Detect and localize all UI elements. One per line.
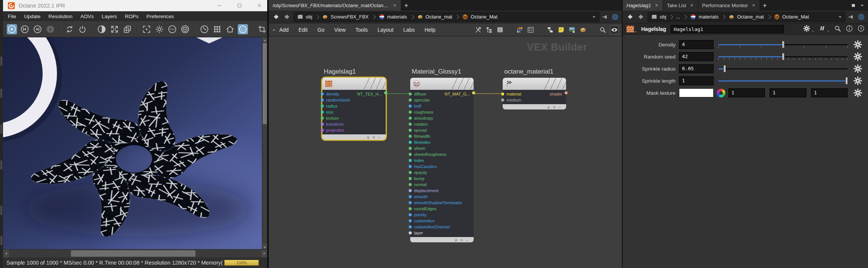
copy-plus-icon[interactable] (122, 24, 132, 34)
menu-layout[interactable]: Layout (378, 27, 394, 33)
node-header[interactable] (322, 78, 386, 90)
gear-icon[interactable] (803, 25, 811, 32)
scroll-left-icon[interactable] (4, 251, 8, 256)
breadcrumb-obj[interactable]: obj (296, 14, 313, 20)
input-anisotropy[interactable]: anisotropy (410, 115, 474, 121)
breadcrumb-screwsfbx-fbx[interactable]: ScrewsFBX_FBX (321, 14, 369, 20)
node-octane-material1[interactable]: octane_material1 shader materialmedium ≡… (503, 68, 566, 109)
path-field[interactable]: obj...materialsOctane_matOctane_Mat (648, 12, 845, 22)
chevron-down-icon[interactable] (634, 30, 637, 34)
focus-icon[interactable] (142, 24, 152, 34)
menu-rops[interactable]: ROPs (125, 14, 139, 19)
menu-resolution[interactable]: Resolution (48, 14, 72, 19)
forward-button[interactable] (637, 12, 645, 21)
play-icon[interactable] (7, 24, 17, 34)
slider-handle[interactable] (723, 65, 726, 72)
input-bump[interactable]: bump (410, 176, 474, 182)
input-index[interactable]: index (410, 157, 474, 163)
new-tab-button[interactable] (760, 0, 770, 11)
close-icon[interactable] (392, 3, 397, 8)
close-button[interactable] (256, 2, 263, 9)
menu-edit[interactable]: Edit (299, 27, 308, 33)
node-name-field[interactable]: Hagelslag1 (671, 25, 784, 33)
menu-aovs[interactable]: AOVs (80, 14, 94, 19)
input-specular[interactable]: specular (410, 97, 474, 103)
back-button[interactable] (626, 12, 634, 21)
contrast-icon[interactable] (97, 24, 107, 34)
input-transform[interactable]: transform (322, 121, 386, 127)
help-icon[interactable]: ? (857, 25, 865, 32)
input-customAovChannel[interactable]: customAovChannel (410, 224, 474, 230)
density-slider[interactable] (718, 40, 848, 49)
expand-icon[interactable] (109, 24, 120, 34)
refresh-icon[interactable] (65, 24, 75, 34)
path-field[interactable]: objScrewsFBX_FBXmaterialsOctane_matOctan… (294, 12, 599, 22)
scroll-down-icon[interactable] (263, 245, 267, 249)
input-normal[interactable]: normal (410, 182, 474, 188)
network-canvas[interactable]: VEX Builder Hagelslag1 NT_TEX_H... densi… (269, 36, 622, 268)
gear-icon[interactable] (853, 76, 863, 86)
input-medium[interactable]: medium (503, 97, 566, 103)
input-sheen[interactable]: sheen (410, 145, 474, 151)
input-roundEdges[interactable]: roundEdges (410, 206, 474, 212)
panel-icons-icon[interactable] (527, 26, 534, 34)
input-roughness[interactable]: roughness (410, 109, 474, 115)
node-output[interactable]: shader (549, 91, 566, 97)
pane-maximize-icon[interactable] (851, 3, 856, 8)
menu-view[interactable]: View (334, 27, 346, 33)
menu-tools[interactable]: Tools (356, 27, 368, 33)
tab-network-path[interactable]: /obj/ScrewsFBX_FBX/materials/Octane_mat/… (269, 0, 401, 11)
node-header[interactable] (503, 78, 566, 90)
node-header[interactable] (410, 78, 474, 90)
box-icon[interactable] (579, 26, 587, 34)
menu-labs[interactable]: Labs (403, 27, 415, 33)
close-icon[interactable] (654, 3, 659, 8)
menu-preferences[interactable]: Preferences (146, 14, 174, 19)
menu-help[interactable]: Help (425, 27, 436, 33)
output-port-dot[interactable] (384, 91, 387, 94)
pause-icon[interactable] (45, 24, 55, 34)
menu-update[interactable]: Update (24, 14, 41, 19)
node-type-icon[interactable] (626, 25, 635, 34)
tab-performance-monitor[interactable]: Performance Monitor (698, 0, 760, 11)
pin-icon[interactable] (848, 13, 855, 21)
breadcrumb-materials[interactable]: materials (378, 14, 408, 20)
menu-add[interactable]: Add (279, 27, 289, 33)
tab-hagelslag1[interactable]: Hagelslag1 (623, 0, 663, 11)
home-icon[interactable] (225, 24, 235, 34)
crop-icon[interactable] (257, 24, 267, 34)
clock-icon[interactable] (199, 24, 209, 34)
eye-icon[interactable] (610, 25, 619, 34)
brightness-icon[interactable] (154, 24, 165, 34)
input-hasCaustics[interactable]: hasCaustics (410, 163, 474, 169)
houdini-icon[interactable]: H (818, 25, 826, 32)
dotted-circle-icon[interactable] (238, 24, 248, 34)
gear-icon[interactable] (853, 52, 863, 62)
octane-titlebar[interactable]: Octane 2022.1 IPR (3, 0, 267, 11)
link-target-icon[interactable] (857, 13, 865, 21)
close-icon[interactable] (751, 3, 756, 8)
density-field[interactable]: 4 (679, 40, 714, 49)
input-smooth[interactable]: smooth (410, 194, 474, 200)
magnifier-icon[interactable] (599, 26, 606, 34)
scroll-up-icon[interactable] (263, 39, 267, 43)
gear-icon[interactable] (853, 64, 863, 74)
input-radius[interactable]: radius (322, 103, 386, 109)
input-size[interactable]: size (322, 109, 386, 115)
pane-menu-icon[interactable] (859, 3, 865, 8)
input-customAov[interactable]: customAov (410, 218, 474, 224)
sprinkle-length-slider[interactable] (718, 76, 848, 85)
menu-go[interactable]: Go (317, 27, 325, 33)
input-spread[interactable]: spread (410, 127, 474, 133)
input-brdf[interactable]: brdf (410, 103, 474, 109)
breadcrumb-octane-mat[interactable]: Octane_Mat (773, 14, 810, 20)
tree-list-icon[interactable] (485, 26, 493, 34)
image-plus-icon[interactable] (568, 26, 576, 34)
tools-icon[interactable] (474, 26, 482, 34)
maximize-button[interactable] (236, 2, 243, 9)
chevron-down-icon[interactable] (837, 14, 843, 20)
link-target-icon[interactable] (611, 13, 619, 21)
scroll-right-icon[interactable] (262, 251, 266, 256)
input-layer[interactable]: layer (410, 230, 474, 236)
collapse-pathbar-icon[interactable] (272, 28, 276, 32)
